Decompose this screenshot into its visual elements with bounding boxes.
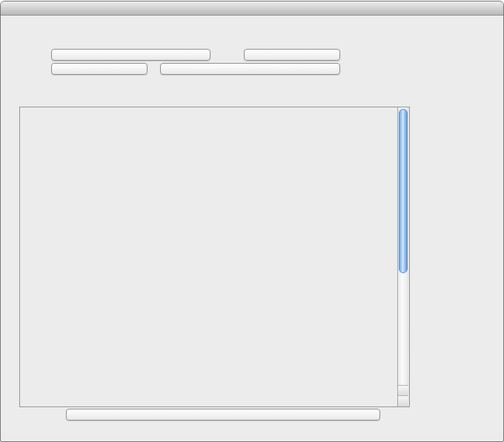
mojikumi-set-select[interactable]	[51, 49, 210, 61]
before-class-select[interactable]	[51, 63, 147, 75]
unit-select[interactable]	[244, 49, 340, 61]
scrollbar-thumb[interactable]	[399, 109, 408, 273]
class-list	[20, 108, 398, 406]
after-class-select[interactable]	[160, 63, 340, 75]
mojikumi-dialog	[0, 1, 504, 442]
scroll-down-icon[interactable]	[398, 395, 408, 406]
title-bar	[1, 1, 503, 16]
dialog-body	[1, 16, 503, 441]
show-diff-select[interactable]	[66, 409, 380, 421]
vertical-scrollbar[interactable]	[397, 107, 409, 406]
scroll-up-icon[interactable]	[398, 385, 408, 396]
class-list-box	[19, 107, 410, 407]
